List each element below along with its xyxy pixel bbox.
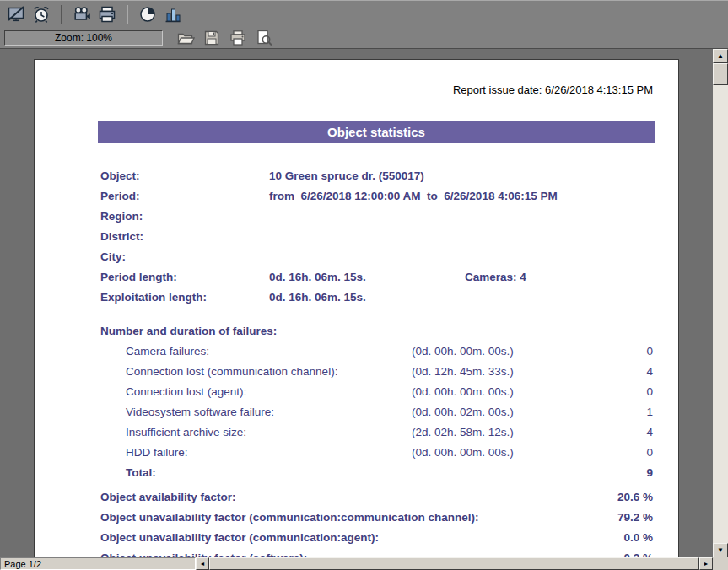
field-label: Period:	[100, 186, 140, 207]
arrow-down-icon: ▼	[717, 546, 724, 554]
field-row-object: Object: 10 Green spruce dr. (550017)	[35, 166, 678, 186]
clock-pie-button[interactable]	[137, 3, 159, 25]
field-row-period-length: Period length: 0d. 16h. 06m. 15s. Camera…	[35, 267, 678, 288]
failure-label: Videosystem software failure:	[126, 402, 274, 422]
arrow-left-icon: ◄	[200, 561, 206, 567]
scroll-left-button[interactable]: ◄	[196, 557, 209, 570]
factor-value: 79.2 %	[617, 508, 653, 528]
factor-label: Object unavailability factor (software):	[100, 548, 307, 557]
factor-value: 0.2 %	[623, 548, 653, 557]
scroll-right-button[interactable]: ►	[699, 557, 713, 570]
print-report-button[interactable]	[227, 27, 249, 49]
failures-header-label: Number and duration of failures:	[100, 321, 277, 341]
bar-chart-icon	[164, 5, 182, 24]
horizontal-scrollbar[interactable]: ◄ ►	[196, 557, 728, 570]
failure-label: Connection lost (communication channel):	[126, 362, 337, 382]
save-report-button[interactable]	[201, 27, 223, 49]
field-row-district: District:	[35, 227, 678, 247]
factor-label: Object availability factor:	[100, 487, 236, 508]
failure-label: HDD failure:	[126, 443, 188, 463]
field-label: District:	[100, 227, 143, 247]
failure-count: 4	[646, 362, 653, 382]
failure-row: HDD failure: (0d. 00h. 00m. 00s.) 0	[35, 443, 678, 463]
failure-label: Insufficient archive size:	[126, 422, 246, 443]
factor-row: Object unavailability factor (communicat…	[35, 528, 678, 548]
field-label: Period length:	[100, 267, 177, 288]
report-issue-date: Report issue date: 6/26/2018 4:13:15 PM	[453, 83, 653, 96]
page-indicator-label: Page 1/2	[4, 559, 41, 569]
print-icon	[229, 29, 247, 47]
field-value: 10 Green spruce dr. (550017)	[269, 166, 424, 186]
camera-icon	[73, 5, 91, 24]
field-row-exploitation-length: Exploitation length: 0d. 16h. 06m. 15s.	[35, 288, 678, 308]
field-value: 0d. 16h. 06m. 15s.	[269, 288, 366, 308]
toolbar-separator	[127, 5, 128, 24]
failure-duration: (0d. 00h. 00m. 00s.)	[412, 382, 514, 402]
cameras-count: Cameras: 4	[465, 267, 526, 288]
failure-row: Connection lost (communication channel):…	[35, 362, 678, 382]
vertical-scrollbar[interactable]: ▲ ▼	[713, 49, 728, 557]
field-row-period: Period: from 6/26/2018 12:00:00 AM to 6/…	[35, 186, 678, 207]
factor-label: Object unavailability factor (communicat…	[100, 528, 379, 548]
report-toolbar: Zoom: 100%	[0, 27, 728, 49]
field-label: Object:	[100, 166, 140, 186]
zoom-control[interactable]: Zoom: 100%	[4, 30, 163, 46]
field-row-city: City:	[35, 247, 678, 267]
monitor-off-button[interactable]	[5, 3, 27, 25]
scroll-up-button[interactable]: ▲	[713, 49, 728, 63]
arrow-right-icon: ►	[704, 561, 709, 567]
failure-duration: (0d. 00h. 00m. 00s.)	[412, 443, 514, 463]
bar-chart-button[interactable]	[162, 3, 184, 25]
field-label: City:	[100, 247, 126, 267]
horizontal-scroll-thumb[interactable]	[209, 557, 699, 570]
failure-count: 4	[646, 422, 653, 443]
failure-row: Camera failures: (0d. 00h. 00m. 00s.) 0	[35, 341, 678, 362]
monitor-off-icon	[7, 5, 25, 24]
factor-row: Object unavailability factor (software):…	[35, 548, 678, 557]
failure-count: 0	[646, 382, 653, 402]
camera-button[interactable]	[71, 3, 93, 25]
print-device-button[interactable]	[96, 3, 118, 25]
report-page: Report issue date: 6/26/2018 4:13:15 PM …	[34, 59, 679, 557]
scrollbar-corner	[713, 557, 728, 570]
alarm-clock-button[interactable]	[30, 3, 52, 25]
factor-label: Object unavailability factor (communicat…	[100, 508, 479, 528]
field-label: Exploitation length:	[100, 288, 207, 308]
save-icon	[202, 29, 221, 47]
preview-report-button[interactable]	[253, 27, 275, 49]
failure-duration: (2d. 02h. 58m. 12s.)	[412, 422, 514, 443]
print-device-icon	[98, 5, 116, 24]
factor-value: 0.0 %	[623, 528, 653, 548]
main-toolbar	[0, 0, 728, 27]
scroll-down-button[interactable]: ▼	[713, 543, 728, 557]
total-value: 9	[646, 463, 653, 483]
failure-row: Videosystem software failure: (0d. 00h. …	[35, 402, 678, 422]
report-viewer-window: Zoom: 100%	[0, 0, 728, 570]
open-report-button[interactable]	[175, 27, 197, 49]
failure-row: Connection lost (agent): (0d. 00h. 00m. …	[35, 382, 678, 402]
vertical-scroll-thumb[interactable]	[713, 63, 728, 85]
alarm-clock-icon	[32, 5, 51, 24]
field-value: 0d. 16h. 06m. 15s.	[269, 267, 366, 288]
field-label: Region:	[100, 207, 143, 227]
total-label: Total:	[126, 463, 156, 483]
clock-pie-icon	[138, 5, 157, 24]
status-bar: Page 1/2 ◄ ►	[0, 557, 728, 570]
report-viewer-area: Report issue date: 6/26/2018 4:13:15 PM …	[0, 49, 713, 557]
factor-row: Object availability factor: 20.6 %	[35, 487, 678, 508]
failure-count: 1	[646, 402, 653, 422]
zoom-label: Zoom: 100%	[55, 32, 112, 44]
report-title: Object statistics	[98, 121, 655, 143]
factor-value: 20.6 %	[617, 487, 653, 508]
arrow-up-icon: ▲	[717, 52, 724, 60]
failure-count: 0	[646, 443, 653, 463]
report-toolbar-icons	[175, 27, 275, 49]
failure-duration: (0d. 00h. 00m. 00s.)	[412, 341, 514, 362]
failure-label: Connection lost (agent):	[126, 382, 246, 402]
failure-label: Camera failures:	[126, 341, 209, 362]
factor-row: Object unavailability factor (communicat…	[35, 508, 678, 528]
failure-duration: (0d. 00h. 02m. 00s.)	[412, 402, 514, 422]
open-folder-icon	[176, 29, 195, 47]
failure-count: 0	[646, 341, 653, 362]
failure-duration: (0d. 12h. 45m. 33s.)	[412, 362, 514, 382]
